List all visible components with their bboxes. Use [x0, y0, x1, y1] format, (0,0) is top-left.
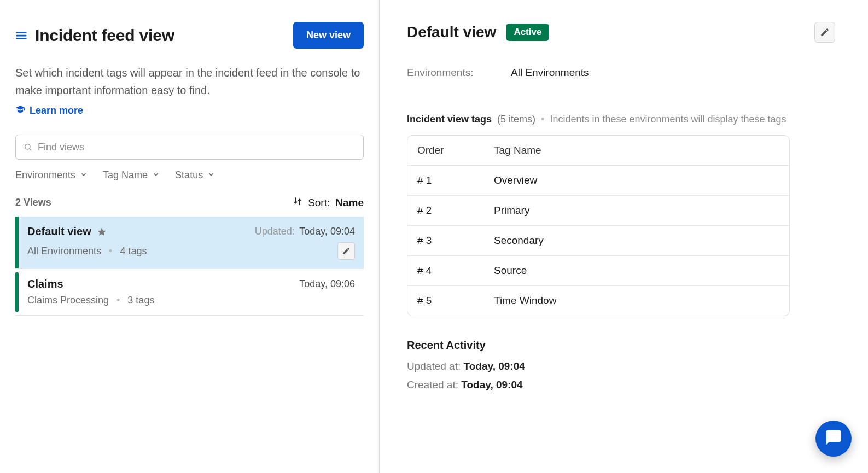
table-row: # 2 Primary — [407, 195, 789, 225]
view-item-bottom: Claims Processing • 3 tags — [27, 295, 355, 306]
cell-order: # 4 — [417, 265, 494, 277]
detail-title: Default view — [407, 24, 496, 41]
activity-created: Created at: Today, 09:04 — [407, 379, 835, 391]
cell-order: # 1 — [417, 174, 494, 186]
view-env: Claims Processing — [27, 295, 109, 306]
cell-name: Overview — [494, 174, 779, 186]
view-tags-count: 3 tags — [127, 295, 154, 306]
sort-label: Sort: — [308, 197, 330, 209]
cell-name: Source — [494, 265, 779, 277]
tags-hint: Incidents in these environments will dis… — [550, 114, 786, 125]
activity-updated-label: Updated at: — [407, 360, 461, 372]
list-icon[interactable] — [15, 30, 27, 42]
search-input-wrap[interactable] — [15, 135, 364, 160]
cell-name: Primary — [494, 205, 779, 217]
page-header: Incident feed view New view — [15, 22, 364, 49]
view-updated: Today, 09:06 — [299, 278, 355, 290]
detail-header: Default view Active — [407, 22, 835, 43]
environment-row: Environments: All Environments — [407, 67, 835, 79]
chevron-down-icon — [80, 170, 88, 181]
table-row: # 3 Secondary — [407, 225, 789, 255]
cell-name: Time Window — [494, 295, 779, 307]
list-header: 2 Views Sort: Name — [15, 196, 364, 209]
separator-dot: • — [109, 246, 112, 257]
chat-icon — [825, 429, 842, 448]
learn-more-label: Learn more — [30, 105, 83, 116]
page-title: Incident feed view — [35, 26, 174, 45]
tags-table: Order Tag Name # 1 Overview # 2 Primary … — [407, 135, 790, 316]
filter-tag-name[interactable]: Tag Name — [103, 170, 160, 181]
cell-name: Secondary — [494, 235, 779, 247]
edit-view-button[interactable] — [337, 242, 355, 260]
view-name-wrap: Default view — [27, 225, 107, 238]
view-time: Today, 09:06 — [299, 278, 355, 289]
cell-order: # 3 — [417, 235, 494, 247]
col-header-order: Order — [417, 144, 494, 156]
view-list-item[interactable]: Claims Today, 09:06 Claims Processing • … — [15, 269, 364, 316]
view-meta: Claims Processing • 3 tags — [27, 295, 154, 306]
env-label: Environments: — [407, 67, 489, 79]
filter-environments[interactable]: Environments — [15, 170, 88, 181]
activity-title: Recent Activity — [407, 339, 835, 352]
right-panel: Default view Active Environments: All En… — [380, 0, 868, 473]
sort-icon — [293, 196, 302, 209]
tags-title: Incident view tags — [407, 114, 492, 125]
chevron-down-icon — [152, 170, 160, 181]
svg-line-4 — [30, 149, 31, 150]
table-row: # 1 Overview — [407, 165, 789, 195]
views-count: 2 Views — [15, 197, 51, 208]
view-name-wrap: Claims — [27, 278, 63, 290]
table-header-row: Order Tag Name — [407, 136, 789, 165]
svg-point-3 — [25, 144, 30, 149]
cell-order: # 2 — [417, 205, 494, 217]
view-list-item[interactable]: Default view Updated: Today, 09:04 All E… — [15, 217, 364, 269]
tags-header: Incident view tags (5 items) • Incidents… — [407, 114, 835, 125]
table-row: # 4 Source — [407, 255, 789, 285]
search-icon — [24, 143, 32, 151]
graduation-cap-icon — [15, 104, 25, 117]
view-item-top: Claims Today, 09:06 — [27, 278, 355, 290]
view-tags-count: 4 tags — [120, 246, 147, 257]
tags-count: (5 items) — [497, 114, 535, 125]
filters: Environments Tag Name Status — [15, 170, 364, 181]
view-item-bottom: All Environments • 4 tags — [27, 242, 355, 260]
view-item-top: Default view Updated: Today, 09:04 — [27, 225, 355, 238]
view-env: All Environments — [27, 246, 101, 257]
col-header-name: Tag Name — [494, 144, 779, 156]
activity-created-value: Today, 09:04 — [461, 379, 522, 390]
table-row: # 5 Time Window — [407, 285, 789, 316]
filter-label: Status — [175, 170, 203, 181]
new-view-button[interactable]: New view — [293, 22, 364, 49]
activity-updated-value: Today, 09:04 — [464, 360, 525, 372]
view-name: Claims — [27, 278, 63, 290]
filter-label: Tag Name — [103, 170, 148, 181]
page-header-left: Incident feed view — [15, 26, 174, 45]
chat-fab[interactable] — [815, 421, 852, 457]
view-name: Default view — [27, 225, 91, 238]
view-updated: Updated: Today, 09:04 — [255, 226, 355, 237]
edit-detail-button[interactable] — [814, 22, 835, 43]
view-time: Today, 09:04 — [299, 226, 355, 237]
separator-dot: • — [541, 114, 544, 125]
svg-marker-5 — [97, 227, 106, 235]
cell-order: # 5 — [417, 295, 494, 307]
activity-updated: Updated at: Today, 09:04 — [407, 360, 835, 372]
page-description: Set which incident tags will appear in t… — [15, 64, 364, 99]
env-value: All Environments — [511, 67, 589, 79]
chevron-down-icon — [207, 170, 215, 181]
left-panel: Incident feed view New view Set which in… — [0, 0, 380, 473]
status-badge: Active — [506, 24, 549, 41]
view-meta: All Environments • 4 tags — [27, 246, 147, 257]
sort-control[interactable]: Sort: Name — [293, 196, 364, 209]
detail-title-wrap: Default view Active — [407, 24, 549, 41]
filter-status[interactable]: Status — [175, 170, 215, 181]
sort-value: Name — [335, 197, 364, 209]
updated-prefix: Updated: — [255, 226, 295, 237]
learn-more-link[interactable]: Learn more — [15, 104, 364, 117]
activity-created-label: Created at: — [407, 379, 458, 390]
star-icon[interactable] — [97, 227, 107, 237]
search-input[interactable] — [38, 142, 356, 153]
separator-dot: • — [116, 295, 120, 306]
filter-label: Environments — [15, 170, 75, 181]
